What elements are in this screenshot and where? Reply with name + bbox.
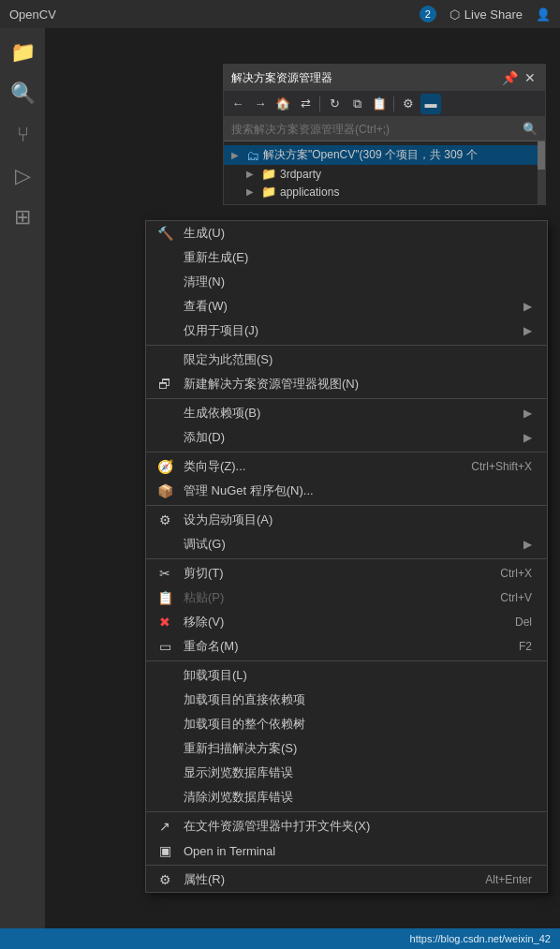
menu-item-label-openinfolder: 在文件资源管理器中打开文件夹(X) bbox=[184, 818, 532, 835]
share-icon: ⬡ bbox=[449, 7, 460, 22]
menu-item-arrow-dependencies: ▶ bbox=[523, 407, 532, 420]
tree-item-applications[interactable]: ▶ 📁 applications bbox=[224, 183, 545, 200]
menu-item-cut[interactable]: ✂剪切(T)Ctrl+X bbox=[146, 561, 547, 586]
menu-item-arrow-add: ▶ bbox=[523, 431, 532, 444]
toolbar-sep2 bbox=[393, 96, 394, 111]
separator-after-newview bbox=[146, 398, 547, 399]
toolbar-forward-btn[interactable]: → bbox=[250, 94, 271, 114]
scrollbar[interactable] bbox=[538, 141, 545, 204]
menu-item-paste: 📋粘贴(P)Ctrl+V bbox=[146, 586, 547, 610]
menu-item-startup[interactable]: ⚙设为启动项目(A) bbox=[146, 508, 547, 532]
toolbar-back-btn[interactable]: ← bbox=[228, 94, 248, 114]
menu-item-onlyproject[interactable]: 仅用于项目(J)▶ bbox=[146, 319, 547, 343]
toolbar-paste-btn[interactable]: 📋 bbox=[369, 94, 390, 114]
toolbar-view-btn[interactable]: ▬ bbox=[420, 94, 441, 114]
toolbar-settings-btn[interactable]: ⚙ bbox=[398, 94, 419, 114]
menu-item-shortcut-properties: Alt+Enter bbox=[485, 873, 532, 886]
panel-header: 解决方案资源管理器 📌 ✕ bbox=[224, 65, 545, 91]
title-bar: OpenCV 2 ⬡ Live Share 👤 bbox=[0, 0, 560, 28]
menu-item-shortcut-classview: Ctrl+Shift+X bbox=[471, 460, 532, 473]
properties-icon: ⚙ bbox=[155, 870, 174, 889]
tree-item-3rdparty[interactable]: ▶ 📁 3rdparty bbox=[224, 165, 545, 183]
live-share-button[interactable]: ⬡ Live Share bbox=[444, 6, 528, 23]
toolbar-sync-btn[interactable]: ⇄ bbox=[295, 94, 316, 114]
tree-folder-apps-icon: 📁 bbox=[261, 185, 276, 199]
menu-item-label-remove: 移除(V) bbox=[184, 614, 508, 630]
separator-after-onlyproject bbox=[146, 345, 547, 346]
menu-item-unload[interactable]: 卸载项目(L) bbox=[146, 663, 547, 688]
menu-item-scope[interactable]: 限定为此范围(S) bbox=[146, 348, 547, 372]
menu-item-loaddirect[interactable]: 加载项目的直接依赖项 bbox=[146, 688, 547, 712]
menu-item-label-startup: 设为启动项目(A) bbox=[184, 512, 532, 528]
search-input[interactable] bbox=[231, 123, 517, 136]
menu-item-build[interactable]: 🔨生成(U) bbox=[146, 221, 547, 245]
menu-item-openinfolder[interactable]: ↗在文件资源管理器中打开文件夹(X) bbox=[146, 814, 547, 838]
menu-item-debug[interactable]: 调试(G)▶ bbox=[146, 532, 547, 556]
menu-item-nuget[interactable]: 📦管理 NuGet 程序包(N)... bbox=[146, 479, 547, 503]
menu-item-terminal[interactable]: ▣Open in Terminal bbox=[146, 838, 547, 863]
toolbar-sep1 bbox=[319, 96, 320, 111]
build-icon: 🔨 bbox=[155, 224, 174, 243]
toolbar-home-btn[interactable]: 🏠 bbox=[273, 94, 293, 114]
newview-icon: 🗗 bbox=[155, 375, 174, 393]
menu-item-analyze[interactable]: 查看(W)▶ bbox=[146, 294, 547, 319]
search-magnifier-icon: 🔍 bbox=[523, 122, 538, 136]
sidebar-explorer-icon[interactable]: 📁 bbox=[4, 34, 41, 71]
live-share-label: Live Share bbox=[464, 7, 523, 22]
menu-item-label-unload: 卸载项目(L) bbox=[184, 667, 532, 684]
menu-item-classview[interactable]: 🧭类向导(Z)...Ctrl+Shift+X bbox=[146, 454, 547, 479]
sidebar-extensions-icon[interactable]: ⊞ bbox=[4, 199, 41, 236]
classview-icon: 🧭 bbox=[155, 457, 174, 476]
cut-icon: ✂ bbox=[155, 564, 174, 583]
toolbar-copy-btn[interactable]: ⧉ bbox=[346, 94, 367, 114]
menu-item-arrow-debug: ▶ bbox=[523, 538, 532, 551]
sidebar-search-icon[interactable]: 🔍 bbox=[4, 75, 41, 112]
menu-item-dependencies[interactable]: 生成依赖项(B)▶ bbox=[146, 401, 547, 425]
menu-item-rename[interactable]: ▭重命名(M)F2 bbox=[146, 634, 547, 659]
app-title: OpenCV bbox=[9, 7, 56, 22]
menu-item-label-dependencies: 生成依赖项(B) bbox=[184, 405, 516, 422]
menu-item-label-classview: 类向导(Z)... bbox=[184, 458, 464, 475]
menu-item-label-cut: 剪切(T) bbox=[184, 565, 493, 582]
scrollbar-thumb[interactable] bbox=[538, 141, 545, 170]
tree-chevron-root: ▶ bbox=[231, 150, 243, 160]
menu-item-label-scope: 限定为此范围(S) bbox=[184, 351, 532, 368]
menu-item-clean[interactable]: 清理(N) bbox=[146, 270, 547, 294]
sidebar-debug-icon[interactable]: ▷ bbox=[4, 157, 41, 195]
panel-pin-btn[interactable]: 📌 bbox=[502, 70, 517, 85]
title-bar-right: 2 ⬡ Live Share 👤 bbox=[420, 6, 551, 23]
menu-item-properties[interactable]: ⚙属性(R)Alt+Enter bbox=[146, 867, 547, 892]
menu-item-arrow-onlyproject: ▶ bbox=[523, 324, 532, 337]
menu-item-label-build: 生成(U) bbox=[184, 225, 532, 242]
account-icon[interactable]: 👤 bbox=[536, 7, 551, 22]
sidebar-git-icon[interactable]: ⑂ bbox=[4, 116, 41, 154]
menu-item-label-add: 添加(D) bbox=[184, 429, 516, 446]
notification-badge[interactable]: 2 bbox=[420, 6, 436, 22]
menu-item-shortcut-rename: F2 bbox=[519, 640, 532, 653]
menu-item-shortcut-paste: Ctrl+V bbox=[500, 591, 532, 604]
menu-item-showdberr[interactable]: 显示浏览数据库错误 bbox=[146, 761, 547, 785]
context-menu: 🔨生成(U)重新生成(E)清理(N)查看(W)▶仅用于项目(J)▶限定为此范围(… bbox=[145, 220, 548, 893]
tree-root-item[interactable]: ▶ 🗂 解决方案"OpenCV"(309 个项目，共 309 个 bbox=[224, 145, 545, 165]
search-box: 🔍 bbox=[224, 117, 545, 141]
menu-item-label-newview: 新建解决方案资源管理器视图(N) bbox=[184, 376, 532, 393]
separator-after-rename bbox=[146, 660, 547, 661]
menu-item-rebuild[interactable]: 重新生成(E) bbox=[146, 245, 547, 270]
menu-item-cleardberr[interactable]: 清除浏览数据库错误 bbox=[146, 785, 547, 809]
menu-item-loadall[interactable]: 加载项目的整个依赖树 bbox=[146, 712, 547, 736]
rename-icon: ▭ bbox=[155, 637, 174, 656]
menu-item-newview[interactable]: 🗗新建解决方案资源管理器视图(N) bbox=[146, 372, 547, 396]
panel-close-btn[interactable]: ✕ bbox=[523, 70, 538, 85]
menu-item-remove[interactable]: ✖移除(V)Del bbox=[146, 610, 547, 634]
menu-item-label-onlyproject: 仅用于项目(J) bbox=[184, 322, 516, 339]
menu-item-arrow-analyze: ▶ bbox=[523, 300, 532, 313]
toolbar-refresh-btn[interactable]: ↻ bbox=[324, 94, 345, 114]
startup-icon: ⚙ bbox=[155, 511, 174, 529]
menu-item-add[interactable]: 添加(D)▶ bbox=[146, 425, 547, 450]
menu-item-label-analyze: 查看(W) bbox=[184, 298, 516, 315]
status-bar: https://blog.csdn.net/weixin_42 bbox=[0, 928, 560, 949]
menu-item-label-cleardberr: 清除浏览数据库错误 bbox=[184, 789, 532, 806]
separator-after-cleardberr bbox=[146, 811, 547, 812]
solution-panel: 解决方案资源管理器 📌 ✕ ← → 🏠 ⇄ ↻ ⧉ 📋 ⚙ ▬ 🔍 ▶ 🗂 解决… bbox=[223, 64, 546, 205]
menu-item-rescan[interactable]: 重新扫描解决方案(S) bbox=[146, 736, 547, 761]
